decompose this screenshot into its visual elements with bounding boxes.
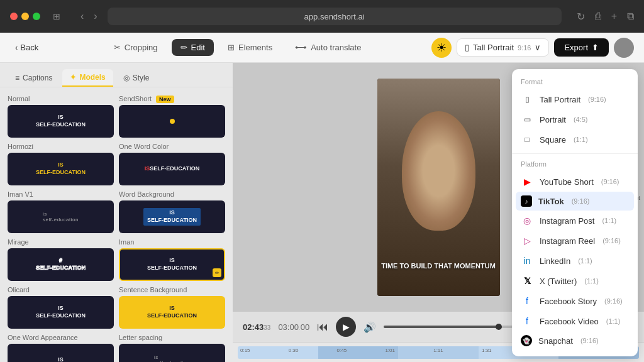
maximize-button[interactable] <box>33 13 40 20</box>
export-icon: ⬆ <box>592 43 599 52</box>
style-item-normal: Normal ISSELF-EDUCATION <box>8 95 114 138</box>
facebook-video-label: Facebook Video <box>540 317 599 326</box>
style-card-hormozi[interactable]: ISSELF-EDUCATION <box>8 153 114 185</box>
style-item-sentence-bg: Sentence Background ISSELF-EDUCATION <box>119 286 225 329</box>
dropdown-x-twitter[interactable]: 𝕏 X (Twitter) (1:1) <box>512 271 638 291</box>
style-icon: ◎ <box>123 74 130 82</box>
traffic-lights <box>10 13 40 20</box>
share-icon[interactable]: ⎙ <box>595 11 601 23</box>
style-label-one-word-appear: One Word Appearance <box>8 334 114 341</box>
top-toolbar: ‹ Back ✂ Cropping ✏ Edit ⊞ Elements ⟷ Au… <box>0 33 644 63</box>
style-card-iman[interactable]: ISSELF-EDUCATION ✏ <box>119 248 225 281</box>
dropdown-linkedin[interactable]: in LinkedIn (1:1) <box>512 251 638 271</box>
user-avatar[interactable] <box>614 38 634 58</box>
tab-edit[interactable]: ✏ Edit <box>172 39 214 56</box>
export-button[interactable]: Export ⬆ <box>554 38 609 57</box>
url-text: app.sendshort.ai <box>304 12 365 21</box>
crop-icon: ✂ <box>114 43 121 52</box>
facebook-story-icon: f <box>521 295 533 307</box>
back-nav-button[interactable]: ‹ <box>78 8 86 25</box>
style-card-letter-spacing-text: isself-education <box>154 354 190 362</box>
style-card-one-word-appear-text: IS <box>58 356 64 362</box>
style-card-mirage-text: #SELF-EDUCATION <box>36 257 86 272</box>
style-item-iman-v1: Iman V1 isself-education <box>8 190 114 233</box>
style-card-normal[interactable]: ISSELF-EDUCATION <box>8 105 114 138</box>
browser-chrome: ⊞ ‹ › app.sendshort.ai ↻ ⎙ + ⧉ <box>0 0 644 33</box>
style-card-word-bg[interactable]: ISSELF-EDUCATION <box>119 200 225 233</box>
snapchat-label: Snapchat <box>538 336 573 346</box>
dropdown-tall-portrait[interactable]: ▯ Tall Portrait (9:16) <box>512 89 638 109</box>
facebook-story-label: Facebook Story <box>540 297 597 306</box>
tab-style[interactable]: ◎ Style <box>116 69 157 87</box>
models-icon: ✦ <box>70 73 76 82</box>
address-bar[interactable]: app.sendshort.ai <box>108 8 562 25</box>
instagram-post-icon: ◎ <box>521 214 533 227</box>
dropdown-instagram-post[interactable]: ◎ Instagram Post (1:1) <box>512 211 638 231</box>
new-tab-icon[interactable]: + <box>611 11 617 23</box>
style-item-letter-spacing: Letter spacing isself-education <box>119 334 225 362</box>
minimize-button[interactable] <box>21 13 29 20</box>
center-area: TIME TO BUILD THAT MOMENTUM 👁 Showoverla… <box>233 63 644 362</box>
linkedin-icon: in <box>521 255 533 267</box>
tiktok-icon: ♪ <box>521 195 532 207</box>
style-row-2: Iman V1 isself-education Word Background… <box>8 190 225 233</box>
style-card-one-word-color-text2: SELF-EDUCATION <box>150 165 199 173</box>
tab-cropping[interactable]: ✂ Cropping <box>105 39 167 56</box>
style-card-sentence-bg[interactable]: ISSELF-EDUCATION <box>119 296 225 329</box>
sun-icon: ☀ <box>431 38 452 58</box>
dropdown-portrait[interactable]: ▭ Portrait (4:5) <box>512 109 638 129</box>
dropdown-tiktok[interactable]: ♪ TikTok (9:16) <box>516 192 634 211</box>
dropdown-snapchat[interactable]: 👻 Snapchat (9:16) <box>512 331 638 350</box>
dropdown-youtube-short[interactable]: ▶ YouTube Short (9:16) <box>512 172 638 192</box>
play-button[interactable]: ▶ <box>336 317 356 337</box>
skip-back-button[interactable]: ⏮ <box>317 321 328 334</box>
video-caption: TIME TO BUILD THAT MOMENTUM <box>377 261 500 271</box>
dropdown-instagram-reel[interactable]: ▷ Instagram Reel (9:16) <box>512 231 638 251</box>
back-button[interactable]: ‹ Back <box>10 40 43 55</box>
style-card-sendshort[interactable] <box>119 105 225 138</box>
tab-elements[interactable]: ⊞ Elements <box>219 39 281 56</box>
style-card-olicard[interactable]: ISSELF-EDUCATION <box>8 296 114 329</box>
style-label-one-word-color: One Word Color <box>119 143 225 150</box>
volume-icon[interactable]: 🔊 <box>364 321 376 333</box>
instagram-reel-label: Instagram Reel <box>540 236 595 246</box>
style-card-hormozi-text: ISSELF-EDUCATION <box>36 162 86 176</box>
style-label-sentence-bg: Sentence Background <box>119 286 225 293</box>
sidebar-toggle-icon[interactable]: ⊞ <box>53 11 60 21</box>
edit-icon-iman[interactable]: ✏ <box>213 268 221 277</box>
format-selector[interactable]: ▯ Tall Portrait 9:16 ∨ <box>457 38 549 57</box>
tab-models[interactable]: ✦ Models <box>62 69 113 87</box>
video-frame: TIME TO BUILD THAT MOMENTUM <box>377 79 500 296</box>
tab-captions[interactable]: ≡ Captions <box>8 69 60 87</box>
captions-icon: ≡ <box>15 74 19 82</box>
refresh-icon[interactable]: ↻ <box>577 11 585 23</box>
portrait-icon: ▭ <box>521 113 533 126</box>
dropdown-facebook-story[interactable]: f Facebook Story (9:16) <box>512 291 638 311</box>
tab-auto-translate[interactable]: ⟷ Auto translate <box>286 39 370 56</box>
left-panel: ≡ Captions ✦ Models ◎ Style Normal <box>0 63 233 362</box>
style-card-one-word-color[interactable]: IS SELF-EDUCATION <box>119 153 225 185</box>
tab-cropping-label: Cropping <box>125 43 158 52</box>
dropdown-square[interactable]: □ Square (1:1) <box>512 129 638 150</box>
style-label-iman: Iman <box>119 238 225 246</box>
style-card-mirage[interactable]: #SELF-EDUCATION <box>8 248 114 281</box>
style-label-iman-v1: Iman V1 <box>8 190 114 198</box>
copy-icon[interactable]: ⧉ <box>627 11 634 23</box>
style-item-olicard: Olicard ISSELF-EDUCATION <box>8 286 114 329</box>
style-card-word-bg-text: ISSELF-EDUCATION <box>147 209 197 224</box>
style-label-word-bg: Word Background <box>119 190 225 198</box>
dropdown-facebook-video[interactable]: f Facebook Video (1:1) <box>512 311 638 331</box>
format-dropdown: Format ▯ Tall Portrait (9:16) ▭ Portrait… <box>512 69 638 356</box>
style-card-letter-spacing[interactable]: isself-education <box>119 344 225 362</box>
forward-nav-button[interactable]: › <box>91 8 99 25</box>
style-card-one-word-appear[interactable]: IS <box>8 344 114 362</box>
instagram-reel-ratio: (9:16) <box>602 237 621 244</box>
style-card-sendshort-dot <box>170 119 175 124</box>
close-button[interactable] <box>10 13 18 20</box>
style-label: Style <box>133 74 150 82</box>
platform-section-label: Platform <box>512 158 638 172</box>
style-card-olicard-text: ISSELF-EDUCATION <box>36 305 86 319</box>
style-item-word-bg: Word Background ISSELF-EDUCATION <box>119 190 225 233</box>
style-card-iman-v1[interactable]: isself-education <box>8 200 114 233</box>
tiktok-label: TikTok <box>538 197 564 206</box>
